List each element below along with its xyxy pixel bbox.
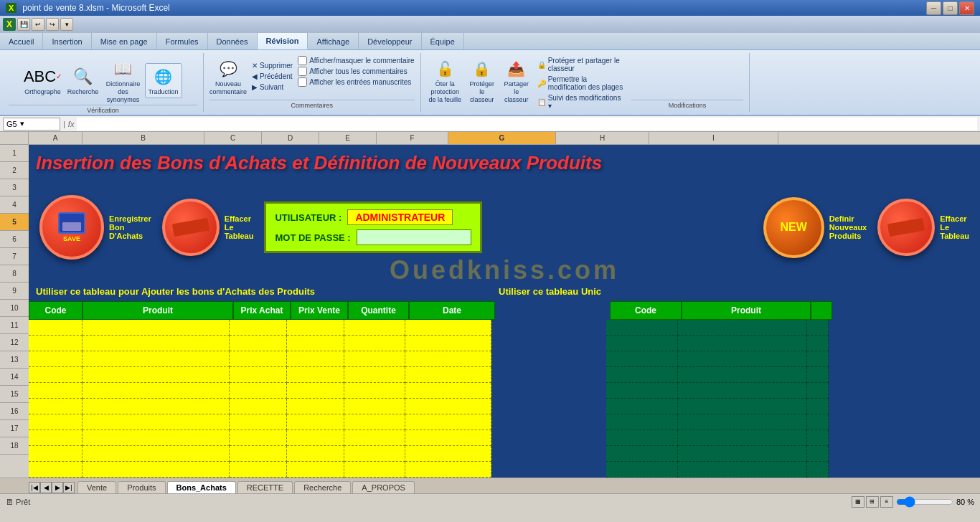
cell-left-14-5[interactable] xyxy=(405,399,491,414)
cell-left-18-3[interactable] xyxy=(287,462,344,478)
tab-first-button[interactable]: |◀ xyxy=(29,482,40,493)
cell-right-14-1[interactable] xyxy=(678,399,807,414)
checkbox-afficher-masquer-input[interactable] xyxy=(298,56,307,65)
cell-left-13-2[interactable] xyxy=(230,383,287,399)
row-10[interactable]: 10 xyxy=(0,300,29,317)
cell-right-13-0[interactable] xyxy=(606,383,678,399)
cell-left-14-4[interactable] xyxy=(344,399,405,414)
cell-left-13-0[interactable] xyxy=(29,383,83,399)
row-1[interactable]: 1 xyxy=(0,145,29,162)
cell-left-11-4[interactable] xyxy=(344,351,405,367)
col-header-f[interactable]: F xyxy=(377,132,448,144)
qa-dropdown-button[interactable]: ▾ xyxy=(60,18,73,31)
cell-left-9-5[interactable] xyxy=(405,320,491,336)
row-14[interactable]: 14 xyxy=(0,369,29,386)
row-7[interactable]: 7 xyxy=(0,248,29,265)
tab-developpeur[interactable]: Développeur xyxy=(359,33,421,49)
tab-last-button[interactable]: ▶| xyxy=(63,482,75,493)
row-12[interactable]: 12 xyxy=(0,334,29,351)
cell-left-10-0[interactable] xyxy=(29,336,83,351)
cell-left-15-3[interactable] xyxy=(287,414,344,430)
traduction-button[interactable]: 🌐 Traduction xyxy=(145,63,182,98)
cell-left-13-4[interactable] xyxy=(344,383,405,399)
cell-left-12-2[interactable] xyxy=(230,367,287,383)
cell-left-14-1[interactable] xyxy=(83,399,230,414)
cell-right-12-0[interactable] xyxy=(606,367,678,383)
cell-right-12-1[interactable] xyxy=(678,367,807,383)
cell-left-18-0[interactable] xyxy=(29,462,83,478)
cell-left-15-4[interactable] xyxy=(344,414,405,430)
cell-left-17-1[interactable] xyxy=(83,446,230,462)
tab-affichage[interactable]: Affichage xyxy=(308,33,359,49)
cell-right-17-2[interactable] xyxy=(807,446,829,462)
row-18[interactable]: 18 xyxy=(0,437,29,455)
cell-left-12-1[interactable] xyxy=(83,367,230,383)
maximize-button[interactable]: □ xyxy=(943,1,958,15)
cell-left-18-4[interactable] xyxy=(344,462,405,478)
suivi-button[interactable]: 📋 Suivi des modifications ▾ xyxy=(535,93,628,110)
cell-right-10-0[interactable] xyxy=(606,336,678,351)
row-8[interactable]: 8 xyxy=(0,265,29,283)
tab-produits[interactable]: Produits xyxy=(118,481,165,493)
cell-left-12-4[interactable] xyxy=(344,367,405,383)
col-header-a[interactable]: A xyxy=(29,132,83,144)
cell-right-9-0[interactable] xyxy=(606,320,678,336)
cell-right-17-0[interactable] xyxy=(606,446,678,462)
cell-left-11-5[interactable] xyxy=(405,351,491,367)
cell-right-15-2[interactable] xyxy=(807,414,829,430)
col-header-b[interactable]: B xyxy=(83,132,204,144)
cell-left-9-0[interactable] xyxy=(29,320,83,336)
suivant-button[interactable]: ▶ Suivant xyxy=(250,82,295,92)
tab-prev-button[interactable]: ◀ xyxy=(40,482,52,493)
tab-formules[interactable]: Formules xyxy=(157,33,208,49)
row-5[interactable]: 5 xyxy=(0,214,29,231)
close-button[interactable]: ✕ xyxy=(959,1,974,15)
proteger-partager-button[interactable]: 🔒 Protéger et partager le classeur xyxy=(535,56,628,73)
oter-protection-button[interactable]: 🔓 Ôter la protectionde la feuille xyxy=(427,56,463,105)
recherche-button[interactable]: 🔍 Recherche xyxy=(65,64,102,98)
effacer2-button[interactable] xyxy=(877,199,935,256)
cell-left-16-5[interactable] xyxy=(405,430,491,446)
cell-right-13-2[interactable] xyxy=(807,383,829,399)
row-4[interactable]: 4 xyxy=(0,196,29,214)
cell-left-17-2[interactable] xyxy=(230,446,287,462)
checkbox-afficher-tous-input[interactable] xyxy=(298,67,307,76)
cell-left-16-1[interactable] xyxy=(83,430,230,446)
col-header-e[interactable]: E xyxy=(319,132,377,144)
cell-left-17-3[interactable] xyxy=(287,446,344,462)
cell-left-9-1[interactable] xyxy=(83,320,230,336)
nouveau-commentaire-button[interactable]: 💬 Nouveaucommentaire xyxy=(209,56,247,98)
cell-left-16-3[interactable] xyxy=(287,430,344,446)
cell-left-11-3[interactable] xyxy=(287,351,344,367)
cell-left-9-3[interactable] xyxy=(287,320,344,336)
qa-save-button[interactable]: 💾 xyxy=(17,18,30,31)
tab-donnees[interactable]: Données xyxy=(208,33,258,49)
precedent-button[interactable]: ◀ Précédent xyxy=(250,72,295,81)
zoom-slider[interactable] xyxy=(896,496,953,508)
cell-left-10-5[interactable] xyxy=(405,336,491,351)
cell-right-14-0[interactable] xyxy=(606,399,678,414)
proteger-classeur-button[interactable]: 🔒 Protéger leclasseur xyxy=(466,56,498,105)
cell-right-10-2[interactable] xyxy=(807,336,829,351)
cell-left-16-2[interactable] xyxy=(230,430,287,446)
tab-vente[interactable]: Vente xyxy=(77,481,116,493)
cell-right-16-2[interactable] xyxy=(807,430,829,446)
row-11[interactable]: 11 xyxy=(0,317,29,334)
cell-right-11-1[interactable] xyxy=(678,351,807,367)
tab-revision[interactable]: Révision xyxy=(258,33,308,49)
cell-left-15-0[interactable] xyxy=(29,414,83,430)
cell-left-13-3[interactable] xyxy=(287,383,344,399)
cell-left-9-2[interactable] xyxy=(230,320,287,336)
orthographe-button[interactable]: ABC✓ Orthographe xyxy=(24,64,62,98)
col-header-d[interactable]: D xyxy=(262,132,319,144)
row-9[interactable]: 9 xyxy=(0,283,29,300)
row-17[interactable]: 17 xyxy=(0,420,29,437)
permettre-button[interactable]: 🔑 Permettre la modification des plages xyxy=(535,75,628,92)
cell-right-18-1[interactable] xyxy=(678,462,807,478)
cell-left-16-4[interactable] xyxy=(344,430,405,446)
cell-right-9-1[interactable] xyxy=(678,320,807,336)
tab-insertion[interactable]: Insertion xyxy=(43,33,91,49)
cell-right-18-0[interactable] xyxy=(606,462,678,478)
cell-right-13-1[interactable] xyxy=(678,383,807,399)
cell-left-9-4[interactable] xyxy=(344,320,405,336)
